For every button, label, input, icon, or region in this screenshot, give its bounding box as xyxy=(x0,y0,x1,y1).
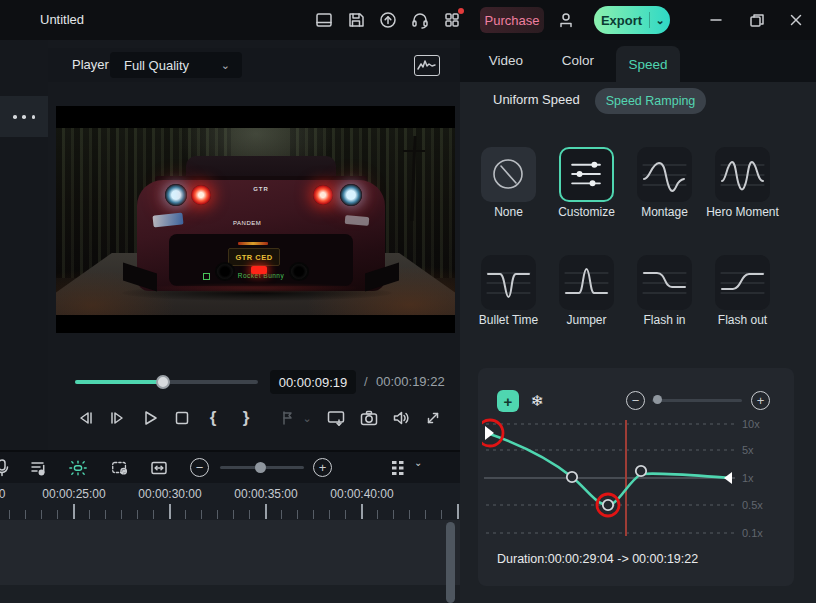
speed-ramping-label: Speed Ramping xyxy=(606,94,696,108)
speed-curve-graph[interactable] xyxy=(482,414,744,542)
preview-range-icon[interactable] xyxy=(110,458,130,478)
player-header: Player Full Quality ⌄ xyxy=(48,48,460,82)
progress-fill xyxy=(75,380,163,384)
curve-zoom-in-button[interactable]: + xyxy=(751,391,770,410)
track-height-icon[interactable] xyxy=(388,458,408,478)
curve-zoom-slider[interactable] xyxy=(652,399,742,402)
preset-label-hero-moment: Hero Moment xyxy=(704,205,782,219)
timeline-zoom-in-button[interactable]: + xyxy=(313,458,332,477)
timeline-ruler[interactable]: 0 00:00:25:00 00:00:30:00 00:00:35:00 00… xyxy=(0,483,460,520)
plus-icon: + xyxy=(757,394,765,407)
volume-button[interactable] xyxy=(391,408,411,428)
save-icon[interactable] xyxy=(346,10,366,30)
quality-dropdown[interactable]: Full Quality ⌄ xyxy=(110,52,242,78)
account-icon[interactable] xyxy=(556,10,576,30)
minus-icon: − xyxy=(196,461,204,474)
mark-out-button[interactable]: } xyxy=(236,408,256,428)
preset-jumper[interactable] xyxy=(559,255,614,310)
fit-timeline-icon[interactable] xyxy=(149,458,169,478)
chevron-down-icon: ⌄ xyxy=(221,59,242,72)
purchase-button[interactable]: Purchase xyxy=(480,7,544,33)
timeline-scrollbar-thumb[interactable] xyxy=(446,522,455,603)
chevron-down-icon[interactable]: ⌄ xyxy=(650,6,670,34)
preset-none[interactable] xyxy=(481,147,536,202)
preset-hero-moment[interactable] xyxy=(715,147,770,202)
curve-start-marker xyxy=(485,426,494,440)
tab-color[interactable]: Color xyxy=(547,40,609,82)
preset-flash-out[interactable] xyxy=(715,255,770,310)
stop-button[interactable] xyxy=(172,408,192,428)
ruler-major-tick xyxy=(361,504,363,519)
player-label: Player xyxy=(72,48,109,82)
curve-zoom-handle[interactable] xyxy=(653,395,662,404)
scopes-histogram-icon[interactable] xyxy=(414,55,440,76)
timeline-section: − + ⌄ 0 00:00:25:00 00:00:30:00 00:00:35… xyxy=(0,452,460,603)
minimize-button[interactable] xyxy=(706,10,726,30)
timeline-zoom-handle[interactable] xyxy=(255,462,266,473)
support-headset-icon[interactable] xyxy=(410,10,430,30)
taillight-inner-right xyxy=(313,185,333,205)
mark-in-button[interactable]: { xyxy=(203,408,223,428)
fullscreen-button[interactable] xyxy=(423,408,443,428)
timeline-zoom-out-button[interactable]: − xyxy=(190,458,209,477)
timeline-toolbar: − + ⌄ xyxy=(0,452,460,483)
camera-snapshot-button[interactable] xyxy=(359,408,379,428)
speed-ramping-option[interactable]: Speed Ramping xyxy=(595,88,706,114)
purchase-label: Purchase xyxy=(485,13,540,28)
progress-handle[interactable] xyxy=(156,375,170,389)
timeline-bottom-strip xyxy=(0,585,460,603)
track-height-chevron-icon[interactable]: ⌄ xyxy=(414,457,422,468)
previous-frame-button[interactable] xyxy=(76,408,96,428)
preset-customize[interactable] xyxy=(559,147,614,202)
marker-chevron-icon[interactable]: ⌄ xyxy=(297,408,317,428)
ruler-label: 00:00:30:00 xyxy=(122,487,218,501)
export-button[interactable]: Export ⌄ xyxy=(594,6,670,34)
keyframe-3[interactable] xyxy=(636,466,646,476)
exhaust-left xyxy=(215,262,235,281)
record-voiceover-icon[interactable] xyxy=(0,458,12,478)
preset-bullet-time[interactable] xyxy=(481,255,536,310)
properties-panel: Video Color Speed Uniform Speed Speed Ra… xyxy=(460,40,816,603)
upload-cloud-icon[interactable] xyxy=(378,10,398,30)
tab-video[interactable]: Video xyxy=(475,40,537,82)
marker-flag-button[interactable] xyxy=(277,408,297,428)
timeline-zoom-slider[interactable] xyxy=(220,466,304,469)
play-button[interactable] xyxy=(140,408,160,428)
playback-progress-bar[interactable] xyxy=(75,380,258,384)
license-plate-text: GTR CED xyxy=(235,253,272,262)
plugins-grid-icon[interactable] xyxy=(442,10,462,30)
freeze-frame-icon[interactable]: ❄ xyxy=(527,390,547,412)
total-duration: 00:00:19:22 xyxy=(376,370,445,394)
ruler-major-tick xyxy=(265,504,267,519)
uniform-speed-option[interactable]: Uniform Speed xyxy=(493,87,583,113)
timeline-track-area[interactable] xyxy=(0,520,460,585)
audio-mixer-icon[interactable] xyxy=(28,458,48,478)
taillight-outer-right xyxy=(340,184,362,206)
next-frame-button[interactable] xyxy=(107,408,127,428)
preset-montage[interactable] xyxy=(637,147,692,202)
display-mode-icon[interactable] xyxy=(314,10,334,30)
rocket-bunny-logo-square xyxy=(203,273,210,280)
restore-button[interactable] xyxy=(747,10,767,30)
more-tools-button[interactable] xyxy=(0,96,48,137)
preset-label-montage: Montage xyxy=(626,205,704,219)
keyframe-1[interactable] xyxy=(567,472,577,482)
curve-zoom-out-button[interactable]: − xyxy=(626,391,645,410)
curve-end-marker xyxy=(724,472,732,484)
video-preview-frame[interactable]: GTR PANDEM GTR CED Rocket Bunny xyxy=(56,106,455,333)
taillight-road-glow xyxy=(156,283,356,293)
y-label-01x: 0.1x xyxy=(742,527,776,539)
render-preview-icon[interactable] xyxy=(68,458,88,478)
close-button[interactable] xyxy=(786,10,806,30)
snapshot-to-monitor-button[interactable] xyxy=(326,408,346,428)
app-window: Untitled Purchase Export ⌄ xyxy=(0,0,816,603)
y-label-10x: 10x xyxy=(742,418,776,430)
utility-pole-arm xyxy=(403,150,425,152)
left-sidebar-rail: ❯ xyxy=(0,40,48,450)
current-timecode[interactable]: 00:00:09:19 xyxy=(270,370,356,394)
add-keyframe-button[interactable]: + xyxy=(497,390,519,412)
preset-flash-in[interactable] xyxy=(637,255,692,310)
keyframe-2[interactable] xyxy=(603,500,613,510)
timecode-separator: / xyxy=(364,370,368,394)
tab-speed[interactable]: Speed xyxy=(616,46,680,82)
